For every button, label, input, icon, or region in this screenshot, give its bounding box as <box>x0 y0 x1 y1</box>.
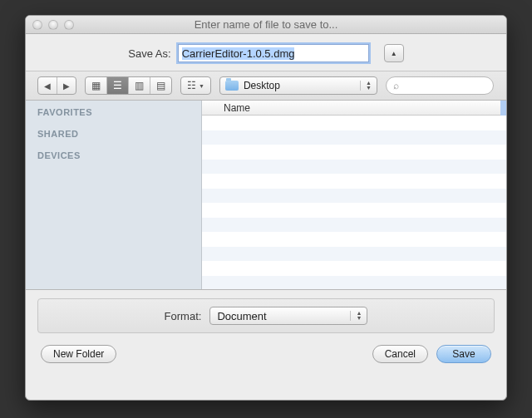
format-value: Document <box>217 310 266 322</box>
file-browser: FAVORITES SHARED DEVICES Name <box>26 101 506 290</box>
dialog-buttons: New Folder Cancel Save <box>26 342 506 375</box>
list-row <box>202 218 506 233</box>
sidebar-section-devices[interactable]: DEVICES <box>37 150 190 160</box>
cancel-button[interactable]: Cancel <box>372 345 428 363</box>
list-row <box>202 189 506 204</box>
location-popup[interactable]: Desktop ▲▼ <box>219 76 377 95</box>
list-row <box>202 145 506 160</box>
list-row <box>202 261 506 276</box>
triangle-up-icon: ▲ <box>391 50 397 57</box>
list-row <box>202 203 506 218</box>
save-as-row: Save As: ▲ <box>26 34 506 71</box>
updown-arrows-icon: ▲▼ <box>360 81 372 91</box>
file-list: Name <box>202 101 506 289</box>
format-label: Format: <box>165 310 202 322</box>
view-list-button[interactable]: ☰ <box>107 77 129 94</box>
browser-toolbar: ◀ ▶ ▦ ☰ ▥ ▤ ☷ ▼ Desktop ▲▼ ⌕ <box>26 71 506 101</box>
coverflow-view-icon: ▤ <box>156 80 165 91</box>
list-row <box>202 116 506 130</box>
titlebar: Enter name of file to save to... <box>26 16 506 34</box>
window-title: Enter name of file to save to... <box>26 18 506 31</box>
minimize-window-button[interactable] <box>48 20 58 30</box>
nav-back-forward: ◀ ▶ <box>37 76 76 95</box>
new-folder-button[interactable]: New Folder <box>41 345 116 363</box>
view-column-button[interactable]: ▥ <box>129 77 150 94</box>
view-mode-group: ▦ ☰ ▥ ▤ <box>85 76 172 95</box>
list-row <box>202 160 506 175</box>
window-controls <box>32 20 74 30</box>
nav-forward-button[interactable]: ▶ <box>57 77 76 94</box>
format-popup[interactable]: Document ▲▼ <box>209 307 367 325</box>
folder-icon <box>225 81 239 91</box>
list-row <box>202 232 506 247</box>
list-row <box>202 276 506 290</box>
list-row <box>202 247 506 262</box>
close-window-button[interactable] <box>32 20 42 30</box>
chevron-right-icon: ▶ <box>63 81 70 91</box>
list-row <box>202 130 506 145</box>
save-button[interactable]: Save <box>436 345 491 363</box>
list-row <box>202 174 506 189</box>
format-bar: Format: Document ▲▼ <box>37 298 495 333</box>
save-as-label: Save As: <box>128 47 170 60</box>
location-name: Desktop <box>244 80 352 91</box>
arrange-icon: ☷ <box>187 80 196 91</box>
chevron-left-icon: ◀ <box>44 81 51 91</box>
list-view-icon: ☰ <box>113 80 122 91</box>
updown-arrows-icon: ▲▼ <box>350 311 362 321</box>
save-dialog-window: Enter name of file to save to... Save As… <box>25 15 507 401</box>
file-list-header[interactable]: Name <box>202 101 506 116</box>
column-name-header: Name <box>224 102 250 114</box>
icon-view-icon: ▦ <box>91 80 101 91</box>
file-list-rows[interactable] <box>202 116 506 289</box>
chevron-down-icon: ▼ <box>199 83 204 89</box>
search-icon: ⌕ <box>393 80 399 91</box>
filename-input[interactable] <box>178 44 369 62</box>
view-coverflow-button[interactable]: ▤ <box>150 77 171 94</box>
sidebar-section-favorites[interactable]: FAVORITES <box>37 107 190 117</box>
zoom-window-button[interactable] <box>64 20 74 30</box>
arrange-group: ☷ ▼ <box>180 76 211 95</box>
column-view-icon: ▥ <box>135 80 144 91</box>
arrange-button[interactable]: ☷ ▼ <box>181 77 210 94</box>
disclosure-toggle[interactable]: ▲ <box>384 44 404 62</box>
nav-back-button[interactable]: ◀ <box>38 77 57 94</box>
search-input[interactable] <box>403 80 486 91</box>
sidebar-section-shared[interactable]: SHARED <box>37 129 190 139</box>
scroll-indicator <box>500 101 506 116</box>
search-field-container: ⌕ <box>386 76 494 95</box>
view-icon-button[interactable]: ▦ <box>86 77 107 94</box>
sidebar: FAVORITES SHARED DEVICES <box>26 101 202 289</box>
